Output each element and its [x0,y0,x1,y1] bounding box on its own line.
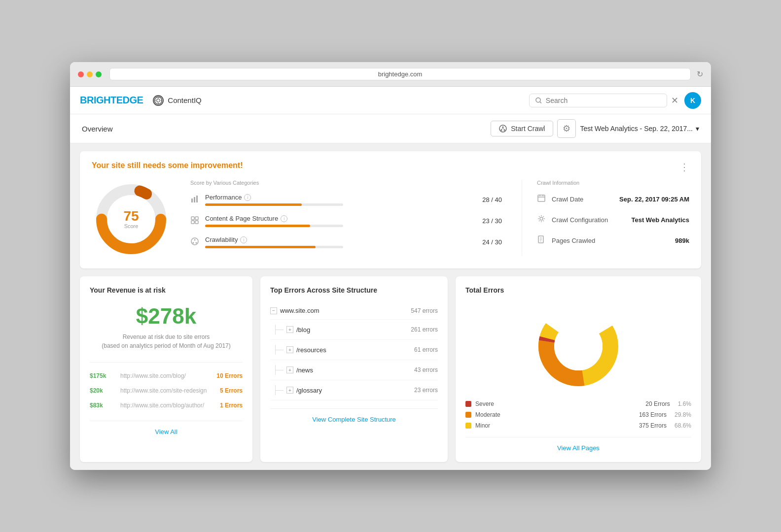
browser-url-bar[interactable]: brightedge.com [109,68,691,80]
app-logo: BRIGHTEDGE [80,95,143,106]
browser-dots [78,71,102,77]
content-info: Content & Page Structure i [205,215,477,227]
dot-yellow[interactable] [87,71,93,77]
rev-url-1: http://www.site.com/blog/ [120,372,211,379]
performance-info-icon[interactable]: i [244,194,251,201]
svg-rect-17 [191,199,193,202]
revenue-card: Your Revenue is at risk $278k Revenue at… [80,276,252,462]
legend-row-severe: Severe 20 Errors 1.6% [465,400,691,407]
bottom-row: Your Revenue is at risk $278k Revenue at… [80,276,701,462]
errors-card-title: Total Errors [465,286,691,294]
svg-point-24 [191,238,198,245]
svg-rect-18 [194,197,195,202]
performance-icon [190,195,200,205]
site-node-errors-root: 547 errors [411,307,438,314]
expand-icon[interactable]: + [286,387,293,394]
search-input[interactable] [546,97,661,104]
severe-pct: 1.6% [678,400,691,407]
user-avatar[interactable]: K [684,92,701,109]
legend-row-minor: Minor 375 Errors 68.6% [465,422,691,429]
rev-url-3: http://www.site.com/blog/author/ [120,402,214,409]
crawl-date-label: Crawl Date [552,196,614,203]
site-node-name-glossary: /glossary [296,387,414,394]
crawlability-info: Crawlability i [205,236,477,248]
performance-name: Performance [205,194,242,201]
rev-errors-2: 5 Errors [220,387,243,394]
rev-url-2: http://www.site.com/site-redesign [120,387,214,394]
expand-icon[interactable]: + [286,366,293,373]
rev-amount-1: $175k [90,372,114,379]
site-node-errors-glossary: 23 errors [414,387,438,394]
moderate-label: Moderate [475,411,635,418]
revenue-footer: View All [90,421,243,436]
view-complete-structure-link[interactable]: View Complete Site Structure [312,416,396,423]
view-all-pages-link[interactable]: View All Pages [557,444,600,452]
more-menu-icon[interactable]: ⋮ [679,161,689,173]
svg-rect-21 [195,217,198,220]
performance-score: 28 / 40 [482,196,502,203]
crawl-config-row: Crawl Configuration Test Web Analytics [537,214,689,225]
crawl-config-label: Crawl Configuration [552,216,626,224]
moderate-pct: 29.8% [674,411,691,418]
dot-green[interactable] [96,71,102,77]
site-node-glossary: + /glossary 23 errors [270,380,438,400]
svg-point-26 [193,242,194,243]
svg-point-8 [499,125,506,132]
minor-label: Minor [475,422,635,429]
structure-card-title: Top Errors Across Site Structure [270,286,438,294]
browser-refresh-icon[interactable]: ↻ [697,69,703,79]
content-info-icon[interactable]: i [281,215,287,222]
crawl-info-title: Crawl Information [537,180,689,186]
search-bar[interactable] [529,94,667,107]
crawlability-icon [190,237,200,248]
start-crawl-button[interactable]: Start Crawl [491,121,553,136]
contentiq-icon [153,95,164,106]
donut-center: 75 Score [123,209,139,229]
performance-info: Performance i [205,194,477,206]
collapse-icon[interactable]: − [270,307,277,314]
rev-errors-1: 10 Errors [216,372,243,379]
rev-amount-3: $83k [90,402,114,409]
pages-crawled-value: 989k [675,237,689,244]
svg-point-25 [194,239,196,240]
revenue-rows: $175k http://www.site.com/blog/ 10 Error… [90,362,243,413]
site-node-errors-blog: 261 errors [411,326,438,333]
category-row: Content & Page Structure i 23 / 30 [190,215,502,227]
crawlability-info-icon[interactable]: i [240,236,247,243]
improvement-title: Your site still needs some improvement! [92,161,689,170]
crawlability-progress-bg [205,246,343,248]
close-icon[interactable]: ✕ [671,95,678,106]
calendar-icon [537,194,547,204]
search-icon [535,97,542,104]
expand-icon[interactable]: + [286,326,293,333]
view-all-revenue-link[interactable]: View All [155,428,177,435]
svg-point-11 [504,130,505,131]
score-card: Your site still needs some improvement! … [80,151,701,268]
svg-point-32 [540,217,543,220]
content-name: Content & Page Structure [205,215,278,222]
expand-icon[interactable]: + [286,346,293,353]
crawl-selector[interactable]: Test Web Analytics - Sep. 22, 2017... ▾ [580,125,699,133]
crawlability-progress-fill [205,246,316,248]
dot-red[interactable] [78,71,84,77]
browser-window: brightedge.com ↻ BRIGHTEDGE ContentIQ [70,62,711,470]
performance-progress-fill [205,203,302,206]
error-legend: Severe 20 Errors 1.6% Moderate 163 Error… [465,400,691,429]
severe-label: Severe [475,400,641,407]
site-node-root: − www.site.com 547 errors [270,302,438,320]
main-content: Your site still needs some improvement! … [70,143,711,470]
crawl-config-value: Test Web Analytics [631,216,689,224]
settings-button[interactable]: ⚙ [557,119,576,138]
nav-contentiq[interactable]: ContentIQ [153,95,201,106]
moderate-count: 163 Errors [639,411,667,418]
site-node-errors-news: 43 errors [414,366,438,373]
site-tree: − www.site.com 547 errors + /blog 261 er… [270,302,438,400]
pages-crawled-row: Pages Crawled 989k [537,235,689,246]
breadcrumb: Overview [82,125,491,133]
score-categories: Score by Various Categories Performance … [190,180,502,257]
content-progress-bg [205,225,343,227]
app-header: BRIGHTEDGE ContentIQ ✕ K [70,87,711,114]
svg-point-9 [502,127,504,128]
revenue-row: $83k http://www.site.com/blog/author/ 1 … [90,398,243,413]
minor-dot [465,423,471,429]
